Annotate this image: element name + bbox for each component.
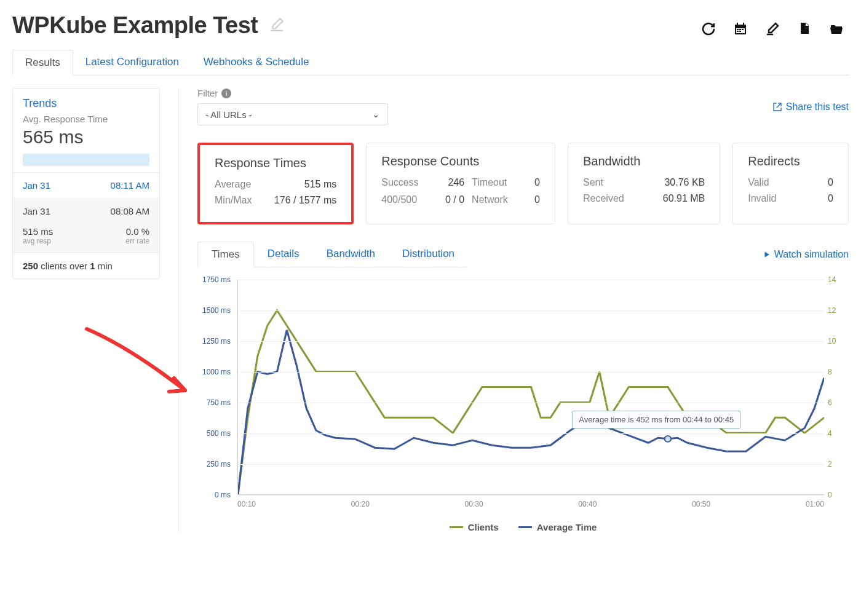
subtab-times[interactable]: Times xyxy=(197,242,254,267)
run-row-1[interactable]: Jan 31 08:08 AM xyxy=(13,198,159,224)
run-time: 08:11 AM xyxy=(111,180,149,191)
subtab-bandwidth[interactable]: Bandwidth xyxy=(313,242,389,267)
card-title: Response Times xyxy=(215,156,336,170)
card-title: Bandwidth xyxy=(583,154,705,168)
svg-rect-9 xyxy=(739,31,741,32)
url-filter-select[interactable]: - All URLs - ⌄ xyxy=(197,103,388,125)
refresh-icon[interactable] xyxy=(701,22,716,39)
card-response-times: Response Times Average515 ms Min/Max176 … xyxy=(197,143,354,224)
card-redirects: Redirects Valid0 Invalid0 xyxy=(732,143,849,224)
card-response-counts: Response Counts Success246 Timeout0 400/… xyxy=(366,143,555,224)
subtab-details[interactable]: Details xyxy=(254,242,313,267)
toolbar xyxy=(701,22,849,39)
chart-subtabs: Times Details Bandwidth Distribution xyxy=(197,242,468,267)
trends-sparkline xyxy=(23,154,149,166)
run-row-0[interactable]: Jan 31 08:11 AM xyxy=(13,172,159,198)
svg-rect-3 xyxy=(743,23,744,25)
trends-title[interactable]: Trends xyxy=(23,97,149,110)
run-date: Jan 31 xyxy=(23,180,50,191)
run-date: Jan 31 xyxy=(23,206,50,216)
chart-legend: Clients Average Time xyxy=(197,519,849,532)
svg-rect-1 xyxy=(735,25,746,27)
watch-simulation-link[interactable]: Watch simulation xyxy=(763,249,849,260)
avg-resp-label: avg resp xyxy=(23,237,51,245)
trends-card: Trends Avg. Response Time 565 ms Jan 31 … xyxy=(12,88,160,279)
select-value: - All URLs - xyxy=(205,109,252,120)
folder-icon[interactable] xyxy=(829,22,844,39)
tab-latest-configuration[interactable]: Latest Configuration xyxy=(73,50,191,75)
svg-rect-2 xyxy=(737,23,738,25)
share-label: Share this test xyxy=(786,101,849,113)
trends-value: 565 ms xyxy=(23,127,149,148)
avg-resp-value: 515 ms xyxy=(23,226,53,237)
filter-label: Filter i xyxy=(197,88,388,98)
clients-summary: 250 clients over 1 min xyxy=(13,253,159,278)
main-tabs: Results Latest Configuration Webhooks & … xyxy=(12,50,849,76)
copy-icon[interactable] xyxy=(797,22,812,39)
share-test-link[interactable]: Share this test xyxy=(772,101,849,113)
calendar-icon[interactable] xyxy=(733,22,748,39)
info-icon[interactable]: i xyxy=(221,89,231,98)
card-title: Response Counts xyxy=(381,154,540,168)
svg-rect-5 xyxy=(737,29,739,30)
edit-title-icon[interactable] xyxy=(269,17,285,35)
svg-rect-8 xyxy=(737,31,739,32)
tab-results[interactable]: Results xyxy=(12,50,73,76)
err-rate-value: 0.0 % xyxy=(126,226,149,237)
card-title: Redirects xyxy=(748,154,833,168)
chart-tooltip: Average time is 452 ms from 00:44 to 00:… xyxy=(572,411,740,428)
svg-rect-7 xyxy=(742,29,744,30)
trends-subtitle: Avg. Response Time xyxy=(23,114,149,124)
edit-icon[interactable] xyxy=(765,22,780,39)
page-title: WPKube Example Test xyxy=(12,12,258,39)
run-time: 08:08 AM xyxy=(111,206,149,216)
response-time-chart[interactable]: 0 ms250 ms500 ms750 ms1000 ms1250 ms1500… xyxy=(197,280,849,532)
err-rate-label: err rate xyxy=(125,237,149,245)
svg-point-10 xyxy=(665,436,672,442)
chevron-down-icon: ⌄ xyxy=(372,109,380,120)
svg-rect-6 xyxy=(739,29,741,30)
card-bandwidth: Bandwidth Sent30.76 KB Received60.91 MB xyxy=(568,143,720,224)
subtab-distribution[interactable]: Distribution xyxy=(389,242,468,267)
watch-label: Watch simulation xyxy=(774,249,849,260)
tab-webhooks-schedule[interactable]: Webhooks & Schedule xyxy=(191,50,322,75)
